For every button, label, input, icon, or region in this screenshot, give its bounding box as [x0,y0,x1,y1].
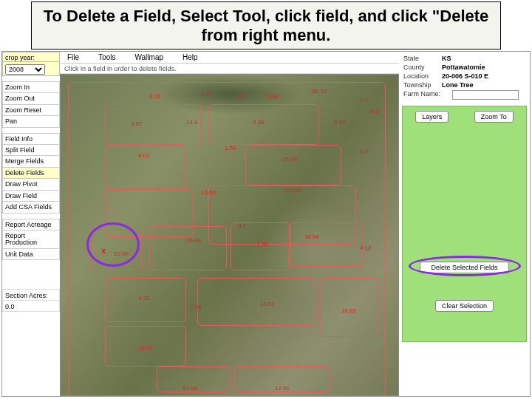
tool-delete-fields[interactable]: Delete Fields [2,167,60,179]
right-panel: StateKS CountyPottawatomie Location20-00… [399,52,530,396]
delete-button-highlight [409,256,521,276]
field-acreage-label: 4.33 [138,295,150,301]
meta-township-k: Township [403,81,442,89]
menu-file[interactable]: File [67,53,79,61]
selected-field-highlight [86,222,140,267]
tool-report-acreage[interactable]: Report Acreage [2,219,60,231]
menu-bar: File Tools Wallmap Help [60,52,399,64]
app-window: crop year: 2008 Zoom InZoom OutZoom Rese… [1,51,531,397]
field-acreage-label: 4.12 [360,245,372,251]
meta-county-k: County [403,64,442,71]
menu-tools[interactable]: Tools [98,53,115,61]
tool-pan[interactable]: Pan [2,115,60,127]
tool-zoom-out[interactable]: Zoom Out [2,92,60,104]
field-acreage-label: 2.23 [149,93,161,100]
delete-x-icon: x [101,246,106,255]
field-acreage-label: 2.88 [253,119,265,126]
crop-year-label: crop year: [2,52,60,62]
meta-location-v: 20-006 S-010 E [442,72,488,80]
field-acreage-label: 13.91 [260,301,275,307]
layers-button[interactable]: Layers [415,111,449,123]
field-acreage-label: 16.98 [186,237,201,244]
field-acreage-label: 12.91 [275,385,290,392]
field-acreage-label: 1.7 [238,93,246,100]
meta-farm-k: Farm Name: [403,90,449,100]
field-acreage-label: 10.09 [114,250,129,257]
field-acreage-label: 3.07 [131,120,143,127]
zoom-to-button[interactable]: Zoom To [474,111,514,123]
tool-split-field[interactable]: Split Field [2,144,60,156]
field-acreage-label: 18.82 [138,344,153,351]
tool-merge-fields[interactable]: Merge Fields [2,155,60,167]
section-acres-value: 0.0 [2,300,60,312]
tool-report-production[interactable]: Report Production [2,230,60,249]
action-panel: Layers Zoom To Delete Selected Fields Cl… [402,106,527,342]
field-acreage-label: 9.5 [360,149,368,155]
map-canvas[interactable]: x 2.233.991.72.9300.200.16.33.0711.92.88… [60,74,399,396]
farm-name-input[interactable] [452,90,519,100]
tool-zoom-in[interactable]: Zoom In [2,81,60,93]
crop-year-select[interactable]: 2008 [5,64,45,75]
field-acreage-label: 3.99 [201,91,213,98]
field-acreage-label: 10.83 [341,307,356,314]
menu-wallmap[interactable]: Wallmap [134,53,163,61]
field-acreage-label: 5.09 [334,119,346,126]
field-acreage-label: 00.20 [312,88,327,95]
field-acreage-label: 13.66 [201,189,216,196]
field-acreage-label: 6.3 [371,108,379,115]
field-acreage-label: 7.99 [256,241,268,248]
meta-location-k: Location [403,72,442,80]
field-acreage-label: 6.01 [138,152,150,159]
meta-state-k: State [403,55,442,62]
tool-draw-pivot[interactable]: Draw Pivot [2,178,60,190]
tool-draw-field[interactable]: Draw Field [2,190,60,202]
meta-township-v: Lone Tree [442,81,474,89]
field-acreage-label: 0.1 [360,97,368,103]
instruction-banner: To Delete a Field, Select Tool, click fi… [31,1,501,50]
field-acreage-label: 97.94 [183,385,197,392]
field-acreage-label: 2.93 [267,93,279,100]
tool-unit-data[interactable]: Unit Data [2,248,60,260]
field-acreage-label: 0.2 [238,222,246,229]
crop-year-select-cell: 2008 [2,61,60,76]
field-acreage-label: 130.38 [282,187,300,194]
meta-county-v: Pottawatomie [442,64,485,71]
metadata-block: StateKS CountyPottawatomie Location20-00… [399,52,530,103]
tool-add-csa-fields[interactable]: Add CSA Fields [2,201,60,213]
meta-state-v: KS [442,55,451,62]
field-acreage-label: 7.58 [190,304,202,310]
field-acreage-label: 11.9 [186,119,198,126]
hint-bar: Click in a field in order to delete fiel… [60,64,399,74]
left-panel: crop year: 2008 Zoom InZoom OutZoom Rese… [2,52,60,396]
tool-field-info[interactable]: Field Info [2,133,60,145]
tool-zoom-reset[interactable]: Zoom Reset [2,104,60,116]
section-acres-label: Section Acres: [2,289,60,301]
menu-help[interactable]: Help [183,53,198,61]
field-acreage-label: 16.94 [304,233,319,240]
field-acreage-label: 1.59 [225,145,236,151]
clear-selection-button[interactable]: Clear Selection [435,300,494,312]
field-acreage-label: 25.46 [282,156,297,163]
